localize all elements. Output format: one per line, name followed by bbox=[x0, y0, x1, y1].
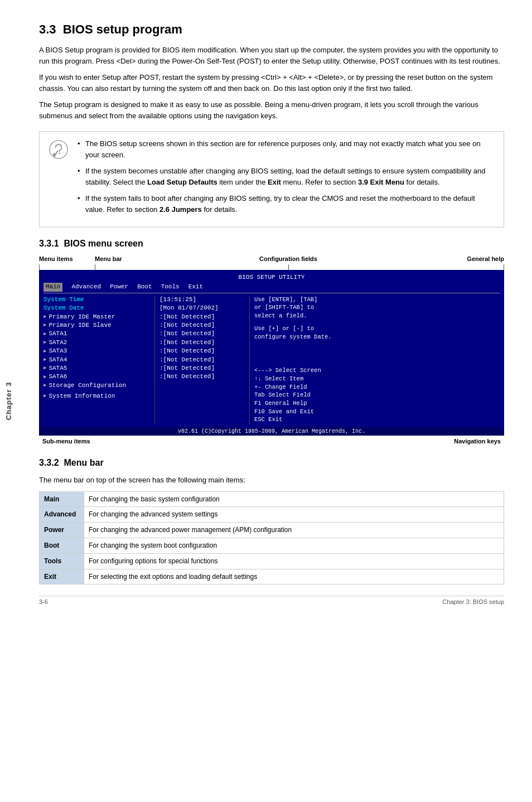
label-sub-menu-items: Sub-menu items bbox=[42, 438, 90, 445]
menu-desc-boot: For changing the system boot configurati… bbox=[84, 538, 504, 553]
bios-nav-f1: F1 General Help bbox=[254, 399, 500, 408]
bios-content-area: System Time System Date ▶ Primary IDE Ma… bbox=[43, 296, 500, 424]
bios-val-sata1: :[Not Detected] bbox=[159, 330, 245, 338]
bios-help-line5: configure system Date. bbox=[254, 333, 500, 341]
menu-desc-exit: For selecting the exit options and loadi… bbox=[84, 569, 504, 584]
intro-para-2: If you wish to enter Setup after POST, r… bbox=[39, 72, 504, 94]
menu-name-boot: Boot bbox=[40, 538, 84, 553]
bios-nav-keys: <---> Select Screen ↑↓ Select Item +- Ch… bbox=[254, 366, 500, 424]
page-number: 3-6 bbox=[39, 598, 48, 605]
bios-sata4: ▶ SATA4 bbox=[43, 356, 150, 364]
bios-val-sata2: :[Not Detected] bbox=[159, 339, 245, 347]
bios-menu-exit: Exit bbox=[188, 283, 203, 291]
menu-name-tools: Tools bbox=[40, 553, 84, 569]
bios-help-line1: Use [ENTER], [TAB] bbox=[254, 296, 500, 304]
menu-name-advanced: Advanced bbox=[40, 507, 84, 523]
section-title: 3.3 BIOS setup program bbox=[39, 22, 504, 37]
bios-menu-bar-row: Main Advanced Power Boot Tools Exit bbox=[43, 283, 500, 293]
bios-right-panel: Use [ENTER], [TAB] or [SHIFT-TAB] to sel… bbox=[250, 296, 500, 424]
bios-nav-esc: ESC Exit bbox=[254, 416, 500, 424]
bios-sata5: ▶ SATA5 bbox=[43, 364, 150, 373]
chapter-footer-text: Chapter 3: BIOS setup bbox=[442, 598, 504, 605]
table-row: Exit For selecting the exit options and … bbox=[40, 569, 504, 584]
bios-nav-tab: Tab Select Field bbox=[254, 391, 500, 399]
table-row: Power For changing the advanced power ma… bbox=[40, 523, 504, 538]
bios-menu-advanced: Advanced bbox=[71, 283, 101, 291]
menu-name-power: Power bbox=[40, 523, 84, 538]
bios-sata2: ▶ SATA2 bbox=[43, 339, 150, 347]
bios-nav-screen: <---> Select Screen bbox=[254, 366, 500, 375]
bios-sata1: ▶ SATA1 bbox=[43, 330, 150, 338]
bios-menu-tools: Tools bbox=[161, 283, 180, 291]
label-general-help: General help bbox=[437, 255, 504, 262]
table-row: Tools For configuring options for specia… bbox=[40, 553, 504, 569]
chapter-sidebar: Chapter 3 bbox=[4, 382, 13, 421]
table-row: Main For changing the basic system confi… bbox=[40, 491, 504, 507]
menu-name-main: Main bbox=[40, 491, 84, 507]
bios-left-panel: System Time System Date ▶ Primary IDE Ma… bbox=[43, 296, 155, 424]
bios-primary-master: ▶ Primary IDE Master bbox=[43, 313, 150, 321]
svg-point-0 bbox=[50, 141, 67, 158]
page-footer: 3-6 Chapter 3: BIOS setup bbox=[39, 596, 504, 605]
note-item-3: If the system fails to boot after changi… bbox=[78, 193, 495, 215]
bios-help-line2: or [SHIFT-TAB] to bbox=[254, 303, 500, 312]
bios-primary-slave: ▶ Primary IDE Slave bbox=[43, 321, 150, 330]
bios-system-info: ▶ System Information bbox=[43, 392, 150, 400]
bios-menu-power: Power bbox=[110, 283, 128, 291]
bios-val-sata4: :[Not Detected] bbox=[159, 356, 245, 364]
note-list: The BIOS setup screens shown in this sec… bbox=[78, 138, 495, 220]
bios-middle-panel: [13:51:25] [Mon 01/07/2002] :[Not Detect… bbox=[155, 296, 250, 424]
bios-val-sata6: :[Not Detected] bbox=[159, 373, 245, 381]
bios-nav-f10: F10 Save and Exit bbox=[254, 408, 500, 416]
note-item-1: The BIOS setup screens shown in this sec… bbox=[78, 138, 495, 160]
bios-val-date: [Mon 01/07/2002] bbox=[159, 304, 245, 312]
diagram-bottom-labels: Sub-menu items Navigation keys bbox=[39, 436, 504, 447]
subsection-331-title: 3.3.1 BIOS menu screen bbox=[39, 239, 504, 249]
bios-val-time: [13:51:25] bbox=[159, 296, 245, 304]
bios-val-sata5: :[Not Detected] bbox=[159, 364, 245, 373]
menu-desc-main: For changing the basic system configurat… bbox=[84, 491, 504, 507]
label-menu-bar: Menu bar bbox=[95, 255, 139, 262]
intro-para-3: The Setup program is designed to make it… bbox=[39, 99, 504, 121]
bios-menu-boot: Boot bbox=[137, 283, 152, 291]
intro-para-1: A BIOS Setup program is provided for BIO… bbox=[39, 45, 504, 66]
label-nav-keys: Navigation keys bbox=[454, 438, 501, 445]
table-row: Boot For changing the system boot config… bbox=[40, 538, 504, 553]
bios-val-sata3: :[Not Detected] bbox=[159, 347, 245, 355]
bios-system-date: System Date bbox=[43, 304, 150, 312]
diagram-top-labels: Menu items Menu bar Configuration fields… bbox=[39, 255, 504, 262]
menu-name-exit: Exit bbox=[40, 569, 84, 584]
bios-sata6: ▶ SATA6 bbox=[43, 373, 150, 381]
bios-title: BIOS SETUP UTILITY bbox=[43, 273, 500, 282]
bios-val-ide-master: :[Not Detected] bbox=[159, 313, 245, 321]
menu-desc-advanced: For changing the advanced system setting… bbox=[84, 507, 504, 523]
menu-desc-power: For changing the advanced power manageme… bbox=[84, 523, 504, 538]
menu-bar-table: Main For changing the basic system confi… bbox=[39, 491, 504, 585]
bios-storage-config: ▶ Storage Configuration bbox=[43, 381, 150, 390]
bios-help-line4: Use [+] or [-] to bbox=[254, 325, 500, 333]
menu-bar-intro: The menu bar on top of the screen has th… bbox=[39, 475, 504, 486]
svg-point-1 bbox=[59, 153, 60, 154]
bios-val-ide-slave: :[Not Detected] bbox=[159, 321, 245, 330]
bios-footer: v02.61 (C)Copyright 1985-2009, American … bbox=[39, 427, 504, 436]
bios-right-top: Use [ENTER], [TAB] or [SHIFT-TAB] to sel… bbox=[254, 296, 500, 341]
bios-system-time: System Time bbox=[43, 296, 150, 304]
bios-sata3: ▶ SATA3 bbox=[43, 347, 150, 355]
subsection-332-title: 3.3.2 Menu bar bbox=[39, 458, 504, 468]
note-item-2: If the system becomes unstable after cha… bbox=[78, 166, 495, 187]
bios-nav-change: +- Change Field bbox=[254, 383, 500, 392]
bios-menu-main: Main bbox=[43, 283, 62, 291]
bios-help-line3: select a field. bbox=[254, 312, 500, 320]
note-icon bbox=[49, 139, 69, 160]
table-row: Advanced For changing the advanced syste… bbox=[40, 507, 504, 523]
label-config-fields: Configuration fields bbox=[139, 255, 437, 262]
bios-nav-item: ↑↓ Select Item bbox=[254, 375, 500, 383]
note-box: The BIOS setup screens shown in this sec… bbox=[39, 131, 504, 228]
bios-screen: BIOS SETUP UTILITY Main Advanced Power B… bbox=[39, 270, 504, 427]
bios-diagram-wrapper: Menu items Menu bar Configuration fields… bbox=[39, 255, 504, 447]
label-menu-items: Menu items bbox=[39, 255, 95, 262]
menu-desc-tools: For configuring options for special func… bbox=[84, 553, 504, 569]
